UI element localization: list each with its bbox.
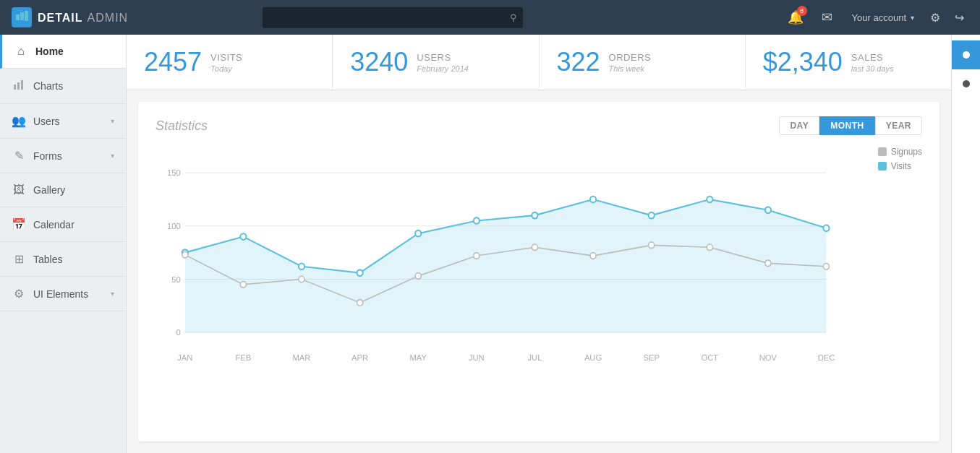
- mail-icon: ✉: [822, 9, 832, 25]
- svg-point-39: [240, 282, 246, 288]
- svg-point-38: [182, 251, 188, 258]
- sidebar-item-calendar[interactable]: 📅 Calendar: [0, 207, 126, 242]
- svg-rect-1: [20, 12, 24, 20]
- account-caret-icon: ▾: [911, 14, 914, 22]
- sidebar-item-label: Users: [33, 116, 103, 127]
- svg-rect-3: [14, 85, 16, 90]
- stat-visits-sublabel: Today: [210, 64, 242, 73]
- svg-text:150: 150: [167, 168, 181, 177]
- svg-text:FEB: FEB: [235, 353, 251, 361]
- panel-dot-2: [963, 80, 970, 87]
- svg-text:100: 100: [167, 222, 181, 230]
- svg-text:JAN: JAN: [177, 353, 192, 361]
- mail-button[interactable]: ✉: [814, 4, 840, 30]
- svg-rect-5: [21, 80, 23, 90]
- stat-visits-info: VISITS Today: [210, 52, 242, 73]
- notifications-button[interactable]: 🔔 8: [783, 4, 809, 30]
- stat-users-sublabel: February 2014: [417, 64, 469, 73]
- stats-bar: 2457 VISITS Today 3240 USERS February 20…: [127, 35, 951, 90]
- tables-icon: ⊞: [12, 252, 26, 266]
- visits-color-swatch: [878, 162, 887, 171]
- legend-visits: Visits: [878, 161, 922, 171]
- gallery-icon: 🖼: [12, 184, 26, 197]
- sidebar-item-label: Forms: [33, 150, 103, 162]
- svg-point-37: [823, 225, 829, 231]
- notification-badge: 8: [797, 6, 807, 16]
- main-content: 2457 VISITS Today 3240 USERS February 20…: [127, 35, 951, 453]
- svg-point-32: [532, 212, 537, 219]
- settings-button[interactable]: ⚙: [926, 11, 945, 25]
- gear-icon: ⚙: [930, 12, 940, 24]
- svg-point-29: [357, 269, 363, 276]
- sidebar-item-tables[interactable]: ⊞ Tables: [0, 242, 126, 277]
- svg-point-34: [649, 212, 655, 219]
- period-day-button[interactable]: DAY: [779, 116, 819, 135]
- sidebar-item-label: Home: [35, 46, 114, 57]
- ui-elements-icon: ⚙: [12, 287, 26, 301]
- stat-users: 3240 USERS February 2014: [333, 35, 539, 90]
- svg-point-33: [590, 197, 596, 203]
- statistics-section: Statistics DAY MONTH YEAR Signups Visits: [138, 102, 939, 441]
- visits-label: Visits: [891, 161, 911, 171]
- signups-color-swatch: [878, 147, 887, 156]
- svg-text:50: 50: [171, 275, 180, 284]
- svg-text:NOV: NOV: [759, 353, 777, 361]
- period-year-button[interactable]: YEAR: [875, 116, 922, 135]
- account-menu[interactable]: Your account ▾: [846, 12, 920, 23]
- stat-users-label: USERS: [417, 52, 469, 63]
- chevron-down-icon: ▾: [111, 152, 114, 160]
- right-panel: [951, 35, 980, 453]
- period-buttons: DAY MONTH YEAR: [779, 116, 922, 135]
- sidebar-item-forms[interactable]: ✎ Forms ▾: [0, 139, 126, 173]
- right-panel-button-2[interactable]: [952, 69, 981, 98]
- logo-icon: [12, 7, 32, 27]
- svg-text:JUN: JUN: [469, 353, 485, 361]
- search-icon: ⚲: [510, 12, 517, 23]
- stat-orders-number: 322: [557, 49, 600, 75]
- statistics-chart: Signups Visits 050100150JANFEBMARAPRMAYJ…: [155, 147, 922, 363]
- svg-point-48: [765, 260, 771, 267]
- sidebar-item-users[interactable]: 👥 Users ▾: [0, 104, 126, 139]
- svg-text:OCT: OCT: [701, 353, 718, 361]
- stat-sales-number: $2,340: [763, 49, 843, 75]
- account-label: Your account: [852, 12, 906, 23]
- period-month-button[interactable]: MONTH: [819, 116, 875, 135]
- sidebar-item-label: UI Elements: [33, 288, 103, 300]
- svg-text:MAR: MAR: [293, 353, 311, 361]
- topnav-right-actions: 🔔 8 ✉ Your account ▾ ⚙ ↪: [783, 4, 968, 30]
- stat-visits: 2457 VISITS Today: [127, 35, 333, 90]
- svg-point-42: [415, 273, 421, 280]
- svg-point-43: [474, 253, 480, 259]
- svg-text:JUL: JUL: [527, 353, 542, 361]
- svg-text:APR: APR: [351, 353, 368, 361]
- reply-button[interactable]: ↪: [950, 11, 968, 25]
- sidebar-item-charts[interactable]: Charts: [0, 69, 126, 104]
- search-input[interactable]: [263, 7, 523, 28]
- main-layout: ⌂ Home Charts 👥 Users ▾ ✎ Forms ▾ 🖼: [0, 35, 980, 453]
- svg-point-46: [649, 242, 655, 249]
- sidebar-item-label: Charts: [33, 80, 114, 92]
- statistics-header: Statistics DAY MONTH YEAR: [155, 116, 922, 135]
- signups-label: Signups: [891, 147, 922, 157]
- stat-sales-label: SALES: [851, 52, 894, 63]
- svg-point-36: [765, 207, 771, 213]
- svg-rect-0: [16, 14, 20, 20]
- svg-point-45: [590, 253, 596, 259]
- sidebar-item-gallery[interactable]: 🖼 Gallery: [0, 173, 126, 207]
- svg-point-27: [240, 233, 246, 240]
- right-panel-button-1[interactable]: [952, 40, 981, 69]
- svg-point-47: [707, 244, 712, 251]
- forms-icon: ✎: [12, 149, 26, 163]
- brand-logo: DETAIL ADMIN: [12, 7, 128, 27]
- chart-svg: 050100150JANFEBMARAPRMAYJUNJULAUGSEPOCTN…: [155, 147, 922, 363]
- svg-point-35: [707, 197, 712, 203]
- svg-rect-2: [25, 11, 28, 21]
- sidebar-item-label: Tables: [33, 254, 114, 265]
- stat-users-number: 3240: [350, 49, 408, 75]
- sidebar-item-ui-elements[interactable]: ⚙ UI Elements ▾: [0, 277, 126, 311]
- panel-dot-1: [963, 51, 970, 59]
- sidebar-item-home[interactable]: ⌂ Home: [0, 35, 126, 69]
- chevron-down-icon: ▾: [111, 117, 114, 125]
- svg-point-41: [357, 300, 363, 306]
- svg-point-44: [532, 244, 537, 251]
